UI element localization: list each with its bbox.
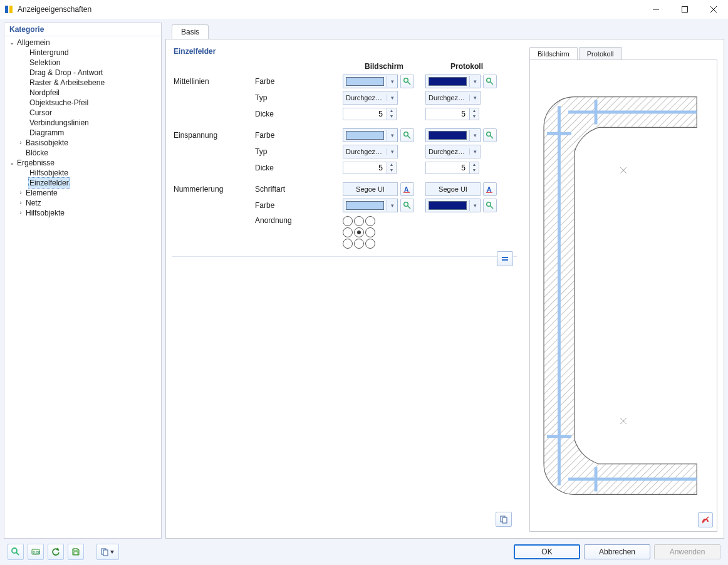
units-button[interactable]: 0,00 xyxy=(28,544,44,560)
color-picker-icon[interactable] xyxy=(483,199,497,212)
color-picker-icon[interactable] xyxy=(400,199,414,212)
einspannung-screen-color[interactable]: ▾ xyxy=(343,128,398,142)
stepper-icon[interactable]: ▲▼ xyxy=(469,162,479,174)
svg-text:A: A xyxy=(487,186,491,193)
svg-rect-1 xyxy=(9,6,13,13)
mittellinien-screen-color[interactable]: ▾ xyxy=(343,75,398,88)
chevron-down-icon: ▾ xyxy=(387,95,397,101)
preview-canvas xyxy=(529,60,717,532)
copy-settings-button[interactable] xyxy=(496,512,512,527)
tree-item-dragdrop[interactable]: Drag & Drop - Antwort xyxy=(4,68,161,78)
svg-rect-43 xyxy=(74,549,77,551)
refresh-button[interactable] xyxy=(48,544,64,560)
arrangement-option-3[interactable] xyxy=(343,227,353,237)
apply-button[interactable]: Anwenden xyxy=(654,544,720,559)
tree-item-basisobjekte[interactable]: › Basisobjekte xyxy=(4,138,161,148)
einspannung-print-color[interactable]: ▾ xyxy=(425,128,481,142)
mittellinien-print-color[interactable]: ▾ xyxy=(425,75,481,88)
tree-item-hilfsobjekte-erg[interactable]: Hilfsobjekte xyxy=(4,168,161,178)
tree-item-nordpfeil[interactable]: Nordpfeil xyxy=(4,88,161,98)
nummerierung-print-font[interactable]: Segoe UI xyxy=(425,182,481,196)
svg-rect-0 xyxy=(5,6,8,13)
tree-item-elemente[interactable]: › Elemente xyxy=(4,188,161,198)
tree-item-hilfsobjekte[interactable]: › Hilfsobjekte xyxy=(4,208,161,218)
tree-item-hintergrund[interactable]: Hintergrund xyxy=(4,48,161,58)
svg-point-20 xyxy=(487,202,491,207)
window-minimize-button[interactable] xyxy=(642,0,670,19)
preview-tab-protokoll[interactable]: Protokoll xyxy=(579,47,622,61)
tree-item-cursor[interactable]: Cursor xyxy=(4,108,161,118)
nummerierung-screen-font[interactable]: Segoe UI xyxy=(343,182,398,196)
chevron-right-icon: › xyxy=(17,208,24,218)
svg-point-12 xyxy=(487,132,491,137)
einspannung-print-type[interactable]: Durchgezo... ▾ xyxy=(425,145,481,158)
svg-line-21 xyxy=(491,206,494,209)
tree-item-diagramm[interactable]: Diagramm xyxy=(4,128,161,138)
font-picker-icon[interactable]: A xyxy=(400,182,414,196)
cancel-button[interactable]: Abbrechen xyxy=(584,544,650,559)
color-picker-icon[interactable] xyxy=(400,128,414,142)
chevron-down-icon: ▾ xyxy=(387,148,397,155)
save-button[interactable] xyxy=(68,544,84,560)
einspannung-screen-thickness[interactable]: ▲▼ xyxy=(343,162,397,174)
arrangement-option-7[interactable] xyxy=(354,239,364,249)
color-picker-icon[interactable] xyxy=(483,128,497,142)
section-title: Einzelfelder xyxy=(172,46,517,60)
ok-button[interactable]: OK xyxy=(514,544,580,559)
color-picker-icon[interactable] xyxy=(400,75,414,88)
einspannung-screen-type[interactable]: Durchgezo... ▾ xyxy=(343,145,398,158)
column-header-bildschirm: Bildschirm xyxy=(343,62,425,71)
tree-item-allgemein[interactable]: ⌄ Allgemein xyxy=(4,38,161,48)
stepper-icon[interactable]: ▲▼ xyxy=(387,108,397,120)
arrangement-option-4[interactable] xyxy=(354,227,364,237)
arrangement-option-5[interactable] xyxy=(365,227,375,237)
nummerierung-print-color[interactable]: ▾ xyxy=(425,199,481,212)
window-title: Anzeigeeigenschaften xyxy=(18,5,91,14)
main-panel: Basis Einzelfelder Bildschirm Protokoll … xyxy=(165,23,724,539)
tree-item-raster[interactable]: Raster & Arbeitsebene xyxy=(4,78,161,88)
tree-item-selektion[interactable]: Selektion xyxy=(4,58,161,68)
help-button[interactable] xyxy=(8,544,24,560)
einspannung-print-thickness[interactable]: ▲▼ xyxy=(425,162,479,174)
tree-item-einzelfelder[interactable]: Einzelfelder xyxy=(4,178,161,188)
stepper-icon[interactable]: ▲▼ xyxy=(469,108,479,120)
mittellinien-print-thickness[interactable]: ▲▼ xyxy=(425,108,479,120)
arrangement-option-1[interactable] xyxy=(354,216,364,226)
svg-rect-3 xyxy=(682,7,688,13)
mittellinien-screen-type[interactable]: Durchgezo... ▾ xyxy=(343,91,398,105)
chevron-down-icon: ▾ xyxy=(387,76,397,87)
preview-reset-button[interactable] xyxy=(698,512,713,527)
preview-tab-bildschirm[interactable]: Bildschirm xyxy=(529,47,578,61)
svg-point-6 xyxy=(404,78,408,83)
window-close-button[interactable] xyxy=(699,0,728,19)
more-actions-button[interactable] xyxy=(96,544,119,560)
arrangement-option-8[interactable] xyxy=(365,239,375,249)
preview-pane: Bildschirm Protokoll xyxy=(529,46,717,532)
tree-item-objektsuche[interactable]: Objektsuche-Pfeil xyxy=(4,98,161,108)
property-grid: Bildschirm Protokoll Mittellinien Farbe … xyxy=(172,60,517,257)
svg-line-9 xyxy=(491,82,494,85)
arrangement-option-6[interactable] xyxy=(343,239,353,249)
group-einspannung: Einspannung xyxy=(172,131,255,140)
stepper-icon[interactable]: ▲▼ xyxy=(387,162,397,174)
chevron-down-icon: ▾ xyxy=(387,200,397,211)
tree-item-verbindung[interactable]: Verbindungslinien xyxy=(4,118,161,128)
mittellinien-screen-thickness[interactable]: ▲▼ xyxy=(343,108,397,120)
svg-rect-17 xyxy=(486,192,492,193)
svg-rect-25 xyxy=(502,517,507,523)
mittellinien-print-type[interactable]: Durchgezo... ▾ xyxy=(425,91,481,105)
tree-item-ergebnisse[interactable]: ⌄ Ergebnisse xyxy=(4,158,161,168)
tab-basis[interactable]: Basis xyxy=(172,24,209,39)
sync-columns-button[interactable] xyxy=(497,251,513,266)
chevron-down-icon: ▾ xyxy=(469,95,480,101)
color-picker-icon[interactable] xyxy=(483,75,497,88)
svg-text:0,00: 0,00 xyxy=(33,551,41,554)
arrangement-option-2[interactable] xyxy=(365,216,375,226)
font-picker-icon[interactable]: A xyxy=(483,182,497,196)
arrangement-option-0[interactable] xyxy=(343,216,353,226)
nummerierung-screen-color[interactable]: ▾ xyxy=(343,199,398,212)
tree-item-bloecke[interactable]: Blöcke xyxy=(4,148,161,158)
tree-item-netz[interactable]: › Netz xyxy=(4,198,161,208)
chevron-down-icon: ▾ xyxy=(469,148,480,155)
window-maximize-button[interactable] xyxy=(670,0,699,19)
